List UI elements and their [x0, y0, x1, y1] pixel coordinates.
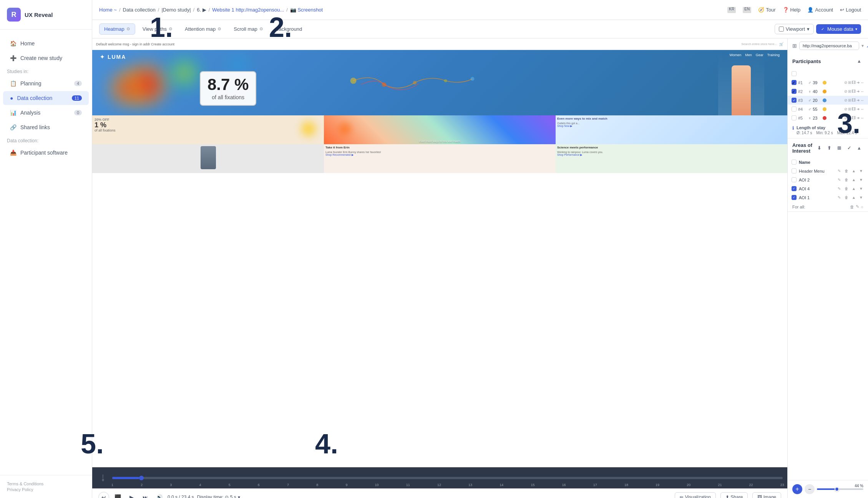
- aoi-edit-icon[interactable]: ✎: [836, 195, 842, 200]
- zoom-plus-button[interactable]: +: [792, 484, 802, 494]
- viewport-button[interactable]: Viewport ▾: [775, 24, 814, 34]
- visualization-button[interactable]: ✏ Visualization: [675, 492, 716, 498]
- arrow-icon[interactable]: ➜: [856, 116, 860, 120]
- arrow-icon[interactable]: ➜: [856, 98, 860, 102]
- aoi-collapse-icon[interactable]: ▲: [855, 144, 863, 152]
- timeline-track[interactable]: [112, 477, 783, 479]
- aoi-2-checkbox[interactable]: [792, 177, 797, 182]
- volume-button[interactable]: 🔊: [154, 492, 164, 498]
- aoi-delete-icon[interactable]: 🗑: [843, 195, 850, 200]
- rewind-button[interactable]: ↩: [98, 492, 109, 498]
- grid-icon[interactable]: ⊞: [848, 107, 851, 111]
- share-button[interactable]: ⬆ Share: [720, 492, 748, 498]
- viewport-checkbox[interactable]: [779, 27, 784, 32]
- view-paths-settings-icon[interactable]: ⚙: [169, 27, 173, 32]
- sidebar-item-create-new-study[interactable]: ➕ Create new study: [3, 51, 89, 65]
- for-all-delete-icon[interactable]: 🗑: [850, 205, 854, 209]
- account-button[interactable]: 👤 Account: [807, 7, 833, 13]
- aoi-up-icon[interactable]: ▲: [851, 169, 857, 173]
- arrow-icon[interactable]: ➜: [856, 80, 860, 85]
- sidebar-item-data-collection[interactable]: ● Data collection 11: [3, 91, 89, 105]
- scroll-map-tab[interactable]: Scroll map ⚙: [229, 23, 268, 35]
- stop-button[interactable]: ⬛: [112, 492, 123, 498]
- link-icon[interactable]: ↔: [860, 80, 864, 85]
- participant-2-checkbox[interactable]: ✓: [792, 89, 797, 94]
- zoom-minus-button[interactable]: −: [805, 484, 815, 494]
- aoi-download-icon[interactable]: ⬇: [815, 144, 823, 152]
- filter-icon[interactable]: ⊘: [844, 116, 847, 120]
- aoi-edit-icon[interactable]: ✎: [836, 178, 842, 182]
- chevron-down-icon[interactable]: ▾: [861, 43, 864, 48]
- sidebar-item-analysis[interactable]: 📊 Analysis 0: [3, 106, 89, 120]
- heatmap-settings-icon[interactable]: ⚙: [126, 27, 130, 32]
- aoi-down-icon[interactable]: ▼: [858, 187, 864, 191]
- aoi-table-icon[interactable]: ⊞: [835, 144, 843, 152]
- sidebar-item-participant-software[interactable]: 📥 Participant software: [3, 146, 89, 160]
- collapse-participants-button[interactable]: ▲: [855, 57, 863, 65]
- breadcrumb-data-collection[interactable]: Data collection: [123, 7, 156, 13]
- aoi-down-icon[interactable]: ▼: [858, 178, 864, 182]
- filter-icon[interactable]: ⊘: [844, 98, 847, 102]
- logout-button[interactable]: ↩ Logout: [840, 7, 861, 13]
- forward-button[interactable]: ⏭: [140, 492, 151, 498]
- scroll-map-settings-icon[interactable]: ⚙: [259, 27, 263, 32]
- grid-icon[interactable]: ⊞: [848, 116, 851, 120]
- breadcrumb-website[interactable]: Website 1 http://mag2opensou...: [212, 7, 284, 13]
- aoi-delete-icon[interactable]: 🗑: [843, 187, 850, 191]
- aoi-1-checkbox[interactable]: ✓: [792, 195, 797, 200]
- participant-1-checkbox[interactable]: ✓: [792, 80, 797, 85]
- privacy-link[interactable]: Privacy Policy: [7, 487, 85, 492]
- link-icon[interactable]: ↔: [860, 89, 864, 93]
- external-link-icon[interactable]: ↗: [866, 43, 868, 49]
- link-icon[interactable]: ↔: [860, 116, 864, 120]
- aoi-edit-icon[interactable]: ✎: [836, 169, 842, 173]
- sidebar-item-shared-links[interactable]: 🔗 Shared links: [3, 120, 89, 134]
- breadcrumb-6[interactable]: 6. ▶: [197, 7, 206, 13]
- aoi-delete-icon[interactable]: 🗑: [843, 178, 850, 182]
- filter-icon[interactable]: ⊘: [844, 89, 847, 93]
- help-button[interactable]: ❓ Help: [783, 7, 801, 13]
- participant-3-checkbox[interactable]: ✓: [792, 98, 797, 103]
- background-tab[interactable]: Background: [271, 23, 307, 35]
- aoi-upload-icon[interactable]: ⬆: [825, 144, 833, 152]
- breadcrumb-screenshot[interactable]: 📷 Screenshot: [290, 7, 323, 13]
- terms-link[interactable]: Terms & Conditions: [7, 481, 85, 486]
- tour-button[interactable]: 🧭 Tour: [758, 7, 775, 13]
- attention-map-settings-icon[interactable]: ⚙: [217, 27, 221, 32]
- view-paths-tab[interactable]: View paths ⚙: [138, 23, 178, 35]
- aoi-all-checkbox[interactable]: [792, 160, 797, 165]
- film-icon[interactable]: 🎞: [852, 116, 856, 120]
- image-button[interactable]: 🖼 Image: [752, 492, 781, 498]
- aoi-up-icon[interactable]: ▲: [851, 195, 857, 200]
- sidebar-item-planning[interactable]: 📋 Planning 4: [3, 77, 89, 90]
- for-all-edit-icon[interactable]: ✎: [856, 204, 859, 209]
- aoi-down-icon[interactable]: ▼: [858, 195, 864, 200]
- arrow-icon[interactable]: ➜: [856, 89, 860, 93]
- aoi-check-icon[interactable]: ✓: [845, 144, 853, 152]
- participant-5-checkbox[interactable]: [792, 115, 797, 120]
- film-icon[interactable]: 🎞: [852, 107, 856, 111]
- aoi-up-icon[interactable]: ▲: [851, 178, 857, 182]
- play-button[interactable]: ▶: [126, 492, 137, 498]
- grid-icon[interactable]: ⊞: [848, 98, 851, 102]
- arrow-icon[interactable]: ➜: [856, 107, 860, 111]
- aoi-4-checkbox[interactable]: ✓: [792, 186, 797, 191]
- aoi-down-icon[interactable]: ▼: [858, 169, 864, 173]
- grid-icon[interactable]: ⊞: [848, 89, 851, 93]
- timeline-thumb[interactable]: [139, 476, 144, 480]
- url-input[interactable]: [799, 42, 859, 50]
- filter-icon[interactable]: ⊘: [844, 80, 847, 85]
- heatmap-tab[interactable]: Heatmap ⚙: [99, 23, 135, 35]
- aoi-up-icon[interactable]: ▲: [851, 187, 857, 191]
- sidebar-item-home[interactable]: 🏠 Home: [3, 37, 89, 50]
- participant-4-checkbox[interactable]: [792, 107, 797, 112]
- for-all-radio-icon[interactable]: ○: [861, 205, 863, 209]
- breadcrumb-demo-study[interactable]: |Demo study|: [161, 7, 191, 13]
- grid-icon[interactable]: ⊞: [848, 80, 851, 85]
- link-icon[interactable]: ↔: [860, 107, 864, 111]
- all-participants-checkbox[interactable]: [792, 71, 797, 76]
- breadcrumb-home[interactable]: Home ~: [99, 7, 117, 13]
- filter-icon[interactable]: ⊘: [844, 107, 847, 111]
- aoi-delete-icon[interactable]: 🗑: [843, 169, 850, 173]
- aoi-edit-icon[interactable]: ✎: [836, 187, 842, 191]
